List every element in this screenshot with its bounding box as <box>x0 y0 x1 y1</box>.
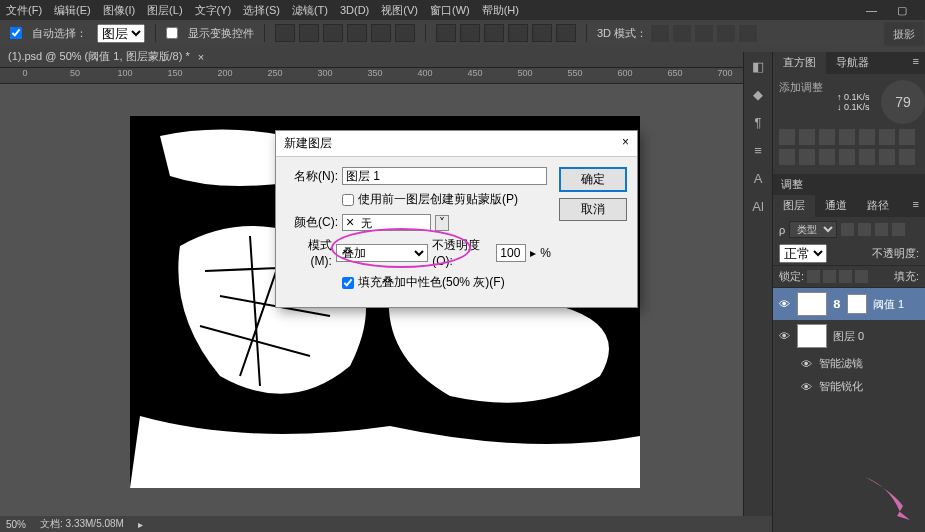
layer-thumb[interactable] <box>797 292 827 316</box>
tool-icon[interactable]: ≡ <box>744 136 772 164</box>
menu-filter[interactable]: 滤镜(T) <box>292 3 328 18</box>
layer-row[interactable]: 👁智能滤镜 <box>773 352 925 375</box>
mode3d-icon[interactable] <box>717 25 735 42</box>
menu-file[interactable]: 文件(F) <box>6 3 42 18</box>
opacity-label: 不透明度(O): <box>432 237 492 268</box>
visibility-icon[interactable]: 👁 <box>801 358 813 370</box>
filter-icon[interactable] <box>875 223 888 236</box>
cancel-button[interactable]: 取消 <box>559 198 627 221</box>
tab-navigator[interactable]: 导航器 <box>826 52 879 74</box>
menu-3d[interactable]: 3D(D) <box>340 4 369 16</box>
align-icon[interactable] <box>347 24 367 42</box>
show-transform-checkbox[interactable] <box>166 27 178 39</box>
align-icon[interactable] <box>395 24 415 42</box>
filter-icon[interactable] <box>858 223 871 236</box>
layer-filter[interactable]: 类型 <box>789 221 837 238</box>
distribute-icons <box>436 24 576 42</box>
visibility-icon[interactable]: 👁 <box>779 298 791 310</box>
menu-image[interactable]: 图像(I) <box>103 3 135 18</box>
fill-label: 填充: <box>894 269 919 284</box>
layer-name: 智能锐化 <box>819 379 863 394</box>
adjustment-icon[interactable] <box>899 129 915 145</box>
adjustment-icon[interactable] <box>779 129 795 145</box>
close-icon[interactable]: × <box>622 135 629 152</box>
visibility-icon[interactable]: 👁 <box>779 330 791 342</box>
tool-icon[interactable]: Al <box>744 192 772 220</box>
tab-layers[interactable]: 图层 <box>773 195 815 217</box>
mode3d-icon[interactable] <box>739 25 757 42</box>
tab-paths[interactable]: 路径 <box>857 195 899 217</box>
filter-icon[interactable] <box>841 223 854 236</box>
layer-row[interactable]: 👁图层 0 <box>773 320 925 352</box>
lock-icon[interactable] <box>823 270 836 283</box>
menu-window[interactable]: 窗口(W) <box>430 3 470 18</box>
adjustment-icon[interactable] <box>799 149 815 165</box>
adjustment-icon[interactable] <box>779 149 795 165</box>
auto-select-checkbox[interactable] <box>10 27 22 39</box>
mode3d-icon[interactable] <box>651 25 669 42</box>
layer-thumb[interactable] <box>797 324 827 348</box>
tool-icon[interactable]: ◆ <box>744 80 772 108</box>
panel-menu-icon[interactable]: ≡ <box>907 52 925 74</box>
clip-mask-checkbox[interactable] <box>342 194 354 206</box>
layer-name-input[interactable] <box>342 167 547 185</box>
color-select[interactable] <box>342 214 431 231</box>
distribute-icon[interactable] <box>460 24 480 42</box>
mode3d-icon[interactable] <box>695 25 713 42</box>
distribute-icon[interactable] <box>484 24 504 42</box>
layer-mask[interactable] <box>847 294 867 314</box>
distribute-icon[interactable] <box>436 24 456 42</box>
tool-icon[interactable]: A <box>744 164 772 192</box>
align-icon[interactable] <box>371 24 391 42</box>
menu-type[interactable]: 文字(Y) <box>195 3 232 18</box>
align-icon[interactable] <box>299 24 319 42</box>
adjustment-icon[interactable] <box>859 129 875 145</box>
adjustment-icon[interactable] <box>879 129 895 145</box>
status-bar: 50% 文档: 3.33M/5.08M ▸ <box>0 516 772 532</box>
lock-icon[interactable] <box>807 270 820 283</box>
visibility-icon[interactable]: 👁 <box>801 381 813 393</box>
auto-select-target[interactable]: 图层 <box>97 24 145 43</box>
tool-icon[interactable]: ◧ <box>744 52 772 80</box>
distribute-icon[interactable] <box>532 24 552 42</box>
blend-mode-select[interactable]: 叠加 <box>336 244 428 262</box>
new-layer-dialog: 新建图层 × 名称(N): 使用前一图层创建剪贴蒙版(P) 颜色(C): ˅ 模… <box>275 130 638 308</box>
menu-layer[interactable]: 图层(L) <box>147 3 182 18</box>
ok-button[interactable]: 确定 <box>559 167 627 192</box>
tool-icon[interactable]: ¶ <box>744 108 772 136</box>
adjustment-icon[interactable] <box>799 129 815 145</box>
zoom-level[interactable]: 50% <box>6 519 26 530</box>
layer-row[interactable]: 👁智能锐化 <box>773 375 925 398</box>
mode3d-icon[interactable] <box>673 25 691 42</box>
menu-help[interactable]: 帮助(H) <box>482 3 519 18</box>
lock-icon[interactable] <box>839 270 852 283</box>
minimize-icon[interactable]: — <box>866 4 877 17</box>
filter-icon[interactable] <box>892 223 905 236</box>
menu-edit[interactable]: 编辑(E) <box>54 3 91 18</box>
align-icon[interactable] <box>323 24 343 42</box>
maximize-icon[interactable]: ▢ <box>897 4 907 17</box>
adjustment-icon[interactable] <box>879 149 895 165</box>
distribute-icon[interactable] <box>556 24 576 42</box>
align-icon[interactable] <box>275 24 295 42</box>
auto-select-label: 自动选择： <box>32 26 87 41</box>
distribute-icon[interactable] <box>508 24 528 42</box>
tab-channels[interactable]: 通道 <box>815 195 857 217</box>
adjustment-icon[interactable] <box>859 149 875 165</box>
menu-select[interactable]: 选择(S) <box>243 3 280 18</box>
menu-view[interactable]: 视图(V) <box>381 3 418 18</box>
fill-neutral-checkbox[interactable] <box>342 277 354 289</box>
close-icon[interactable]: × <box>198 51 204 63</box>
adjustment-icon[interactable] <box>819 149 835 165</box>
lock-icon[interactable] <box>855 270 868 283</box>
adjustment-icon[interactable] <box>819 129 835 145</box>
adjustment-icon[interactable] <box>839 129 855 145</box>
adjustment-icon[interactable] <box>839 149 855 165</box>
layer-row[interactable]: 👁𝟴阈值 1 <box>773 288 925 320</box>
camera-button[interactable]: 摄影 <box>884 22 924 46</box>
tab-histogram[interactable]: 直方图 <box>773 52 826 74</box>
blend-mode[interactable]: 正常 <box>779 244 827 263</box>
adjustment-icon[interactable] <box>899 149 915 165</box>
opacity-input[interactable] <box>496 244 526 262</box>
panel-menu-icon[interactable]: ≡ <box>907 195 925 217</box>
